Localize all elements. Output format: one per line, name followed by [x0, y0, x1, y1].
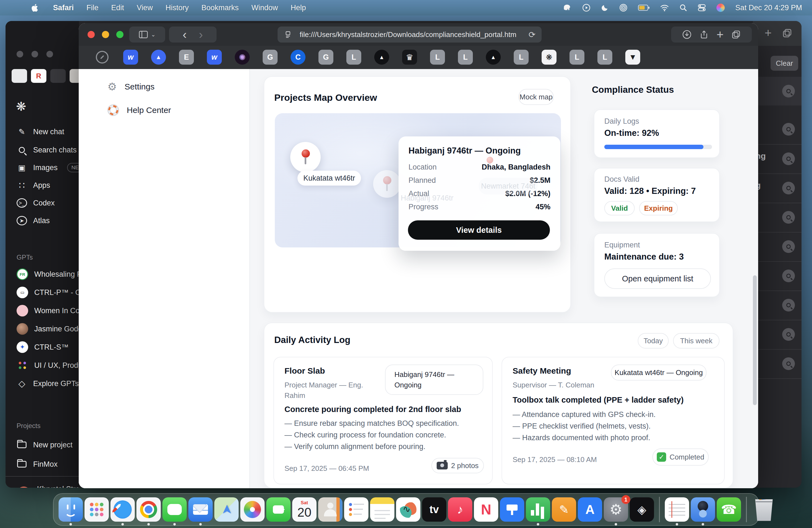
rear-list-row[interactable]: g: [755, 173, 801, 202]
rear-list-row[interactable]: [755, 232, 801, 261]
menu-file[interactable]: File: [86, 4, 99, 12]
dock-textedit[interactable]: [665, 497, 689, 522]
battery-icon[interactable]: [638, 4, 650, 11]
pinned-tab-favicon[interactable]: [96, 51, 108, 63]
side-menu-help-center[interactable]: Help Center: [107, 104, 171, 116]
window-controls[interactable]: [88, 31, 124, 38]
dock-appletv[interactable]: tv: [422, 497, 446, 522]
share-icon[interactable]: [699, 30, 709, 39]
filter-today-button[interactable]: Today: [638, 333, 669, 349]
pinned-item-icon[interactable]: [12, 69, 27, 83]
pinned-tab-favicon[interactable]: ❋: [541, 50, 556, 64]
pinned-item-icon[interactable]: R: [31, 69, 46, 83]
sidebar-item-images[interactable]: ▣ Images NEW: [5, 160, 79, 176]
dock-safari[interactable]: [111, 497, 135, 522]
pinned-tab-favicon[interactable]: w: [123, 50, 138, 64]
dock-chrome[interactable]: [136, 497, 161, 522]
dock-system-settings[interactable]: ⚙1: [604, 497, 628, 522]
tab-overview-icon[interactable]: [731, 30, 741, 39]
wifi-icon[interactable]: [660, 4, 669, 11]
pinned-tab-favicon[interactable]: G: [318, 50, 333, 64]
photos-badge[interactable]: 2 photos: [431, 458, 484, 473]
expiring-chip[interactable]: Expiring: [639, 201, 678, 216]
close-window-button[interactable]: [88, 31, 95, 38]
sidebar-toggle-button[interactable]: ⌄: [129, 27, 165, 43]
screen-mirroring-icon[interactable]: [582, 4, 591, 12]
sidebar-item-new-project[interactable]: New project: [5, 437, 79, 453]
reader-icon[interactable]: [285, 31, 292, 39]
menu-view[interactable]: View: [137, 4, 153, 12]
pinned-tab-favicon[interactable]: ✺: [235, 50, 250, 64]
gpt-item-jasmine[interactable]: Jasmine Godd: [5, 321, 79, 337]
app-status-icon[interactable]: [562, 4, 572, 12]
siri-icon[interactable]: [716, 4, 725, 12]
pinned-tab-favicon[interactable]: ▲: [486, 50, 501, 64]
pinned-item-icon[interactable]: [70, 69, 79, 83]
sidebar-item-apps[interactable]: ∷ Apps: [5, 177, 79, 193]
url-field[interactable]: file:///Users/khrystalstrozier/Downloads…: [278, 27, 541, 43]
entry-project-tag[interactable]: Kukatata wt46tr — Ongoing: [611, 365, 707, 381]
pinned-tab-favicon[interactable]: E: [179, 50, 194, 64]
sidebar-item-search-chats[interactable]: Search chats: [5, 142, 79, 158]
account-row[interactable]: KH Khrystal Stroz Plus: [5, 482, 79, 488]
sidebar-item-explore-gpts[interactable]: ◇ Explore GPTs: [5, 376, 79, 392]
rear-list-row[interactable]: [755, 320, 801, 349]
dock-keynote[interactable]: [500, 497, 524, 522]
rear-list-row[interactable]: ng: [755, 144, 801, 173]
new-tab-icon[interactable]: +: [716, 28, 724, 41]
pinned-tab-favicon[interactable]: ▲: [374, 50, 389, 64]
rear-search-field[interactable]: [755, 77, 801, 105]
gpt-item-ctrl-s[interactable]: ✦ CTRL-S™: [5, 339, 79, 355]
map-marker[interactable]: [290, 142, 321, 172]
pinned-item-icon[interactable]: [50, 69, 66, 83]
dock-notes[interactable]: [370, 497, 394, 522]
dock-music[interactable]: ♪: [448, 497, 472, 522]
sidebar-item-finmox[interactable]: FinMox: [5, 456, 79, 472]
pinned-tab-favicon[interactable]: L: [514, 50, 528, 64]
dock-reminders[interactable]: [344, 497, 368, 522]
menu-window[interactable]: Window: [251, 4, 278, 12]
menu-edit[interactable]: Edit: [111, 4, 124, 12]
focus-moon-icon[interactable]: [601, 4, 609, 12]
clear-button[interactable]: Clear: [771, 56, 798, 71]
dock-news[interactable]: N: [474, 497, 498, 522]
rear-list-row[interactable]: [755, 115, 801, 144]
rear-list-row[interactable]: [755, 261, 801, 290]
apple-logo-icon[interactable]: [30, 3, 40, 12]
menu-clock[interactable]: Sat Dec 20 4:29 PM: [735, 4, 802, 12]
valid-chip[interactable]: Valid: [604, 201, 635, 216]
dock-phone[interactable]: ☎: [717, 497, 741, 522]
d dock-trash[interactable]: [752, 497, 776, 522]
downloads-icon[interactable]: [682, 30, 692, 39]
tab-overview-icon[interactable]: [782, 28, 792, 38]
pinned-tab-favicon[interactable]: ▼: [625, 50, 640, 64]
dock-photos[interactable]: [240, 497, 265, 522]
menu-bookmarks[interactable]: Bookmarks: [201, 4, 238, 12]
window-controls-inactive[interactable]: [17, 51, 53, 57]
gpt-item-ctrl-p[interactable]: ▭ CTRL-P™ - OG: [5, 284, 79, 300]
gpt-item-women-in-con[interactable]: Women In Con: [5, 303, 79, 319]
side-menu-settings[interactable]: ⚙ Settings: [107, 80, 155, 93]
pinned-tab-favicon[interactable]: ♛: [402, 50, 417, 64]
pinned-tab-favicon[interactable]: L: [597, 50, 612, 64]
spotlight-icon[interactable]: [679, 4, 687, 12]
dock-contacts[interactable]: [318, 497, 343, 522]
menu-history[interactable]: History: [165, 4, 189, 12]
pinned-tab-favicon[interactable]: w: [207, 50, 222, 64]
rear-list-row[interactable]: [755, 291, 801, 319]
menu-safari[interactable]: Safari: [53, 4, 74, 12]
dock-finder[interactable]: [59, 497, 83, 522]
open-equipment-list-button[interactable]: Open equipment list: [604, 268, 711, 289]
gpt-item-wholesaling[interactable]: FR Wholesaling Re: [5, 266, 79, 282]
dock-developer-app[interactable]: ◈: [630, 497, 654, 522]
airdrop-icon[interactable]: [619, 4, 627, 12]
dock-numbers[interactable]: [526, 497, 550, 522]
dock-camera-app[interactable]: [691, 497, 715, 522]
pinned-tab-favicon[interactable]: G: [263, 50, 278, 64]
forward-button[interactable]: ›: [199, 28, 203, 41]
dock-messages[interactable]: [162, 497, 187, 522]
map-canvas[interactable]: Kukatata wt46tr Habiganj 9746tr — Ongoin…: [275, 113, 561, 247]
pinned-tab-favicon[interactable]: L: [569, 50, 584, 64]
mock-map-button[interactable]: Mock map: [518, 89, 554, 105]
reload-icon[interactable]: ⟳: [528, 30, 536, 40]
